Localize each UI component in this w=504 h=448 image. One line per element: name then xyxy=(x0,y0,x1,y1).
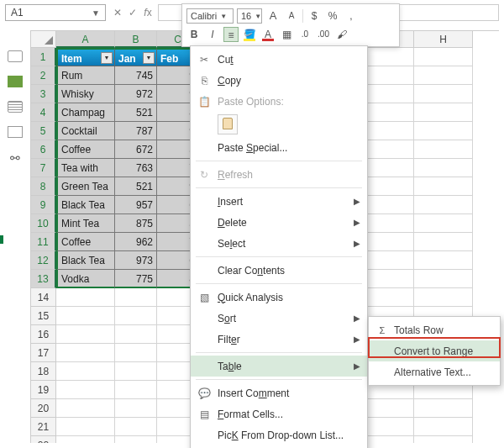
table-cell[interactable]: 875 xyxy=(115,214,157,233)
ctx-format-cells[interactable]: ▤Format Cells... xyxy=(191,403,367,424)
table-cell[interactable]: 962 xyxy=(115,233,157,251)
italic-button[interactable]: I xyxy=(205,27,220,42)
panel-icon-2[interactable] xyxy=(8,76,23,87)
row-head[interactable]: 19 xyxy=(31,381,56,399)
ctx-table[interactable]: Table▶ xyxy=(191,356,367,377)
row-head[interactable]: 15 xyxy=(31,307,56,325)
table-cell[interactable]: 973 xyxy=(115,251,157,270)
table-cell[interactable]: 745 xyxy=(115,66,157,85)
table-cell[interactable]: 957 xyxy=(115,196,157,214)
panel-icon-3[interactable] xyxy=(8,101,23,113)
col-head-h[interactable]: H xyxy=(414,31,473,48)
ctx-delete[interactable]: Delete▶ xyxy=(191,212,367,233)
ctx-select[interactable]: Select▶ xyxy=(191,233,367,254)
row-head[interactable]: 13 xyxy=(31,270,56,288)
row-head[interactable]: 10 xyxy=(31,214,56,233)
grow-font-icon[interactable]: A xyxy=(265,8,281,24)
table-cell[interactable]: 521 xyxy=(115,103,157,122)
font-name-select[interactable]: Calibri▼ xyxy=(186,8,234,24)
row-head[interactable]: 6 xyxy=(31,140,56,159)
table-cell[interactable]: Mint Tea xyxy=(56,214,115,233)
row-head[interactable]: 21 xyxy=(31,418,56,436)
ctx-sort[interactable]: Sort▶ xyxy=(191,308,367,329)
binoculars-icon[interactable]: ⚯ xyxy=(8,151,23,163)
row-head[interactable]: 22 xyxy=(31,436,56,443)
row-head[interactable]: 14 xyxy=(31,288,56,307)
row-head[interactable]: 20 xyxy=(31,399,56,418)
ctx-clear-contents[interactable]: Clear Contents xyxy=(191,260,367,281)
chevron-down-icon: ▼ xyxy=(220,13,227,20)
mini-toolbar: Calibri▼ 16▼ A A $ % , B I ≡ 🪣 A ▦ .0 .0… xyxy=(181,3,400,47)
table-cell[interactable]: Cocktail xyxy=(56,122,115,140)
font-size-select[interactable]: 16▼ xyxy=(237,8,262,24)
panel-icon-1[interactable] xyxy=(8,50,23,62)
table-header[interactable]: Jan▼ xyxy=(115,48,157,66)
row-head[interactable]: 17 xyxy=(31,344,56,362)
fill-color-button[interactable]: 🪣 xyxy=(242,27,257,42)
row-head[interactable]: 4 xyxy=(31,103,56,122)
row-head[interactable]: 5 xyxy=(31,122,56,140)
cancel-icon[interactable]: ✕ xyxy=(111,7,124,18)
row-head[interactable]: 12 xyxy=(31,251,56,270)
ctx-filter[interactable]: Filter▶ xyxy=(191,329,367,350)
row-head[interactable]: 1 xyxy=(31,48,56,66)
fx-icon[interactable]: fx xyxy=(141,7,155,18)
col-head-a[interactable]: A xyxy=(56,31,115,48)
check-icon[interactable]: ✓ xyxy=(126,7,139,18)
table-cell[interactable]: 521 xyxy=(115,177,157,196)
row-head[interactable]: 2 xyxy=(31,66,56,85)
ctx-paste-special[interactable]: Paste Special... xyxy=(191,137,367,158)
table-cell[interactable]: 775 xyxy=(115,270,157,288)
increase-decimal-button[interactable]: .00 xyxy=(316,27,331,42)
row-head[interactable]: 16 xyxy=(31,325,56,344)
table-cell[interactable]: Black Tea xyxy=(56,251,115,270)
font-color-button[interactable]: A xyxy=(260,27,276,42)
table-cell[interactable]: 672 xyxy=(115,140,157,159)
table-cell[interactable]: 763 xyxy=(115,159,157,177)
center-align-button[interactable]: ≡ xyxy=(223,27,239,42)
borders-button[interactable]: ▦ xyxy=(279,27,294,42)
row-head[interactable]: 8 xyxy=(31,177,56,196)
row-head[interactable]: 9 xyxy=(31,196,56,214)
table-cell[interactable]: Green Tea xyxy=(56,177,115,196)
ctx-insert[interactable]: Insert▶ xyxy=(191,191,367,212)
currency-icon[interactable]: $ xyxy=(307,8,322,24)
ctx-copy[interactable]: ⎘Copy xyxy=(191,70,367,91)
panel-icon-4[interactable] xyxy=(8,126,23,138)
ctx-refresh: ↻Refresh xyxy=(191,164,367,185)
table-header[interactable]: Item▼ xyxy=(56,48,115,66)
table-cell[interactable]: Rum xyxy=(56,66,115,85)
select-all-corner[interactable] xyxy=(31,31,56,48)
row-head[interactable]: 3 xyxy=(31,85,56,103)
paste-option-button[interactable] xyxy=(218,114,238,134)
table-cell[interactable]: Champag xyxy=(56,103,115,122)
table-cell[interactable]: Vodka xyxy=(56,270,115,288)
col-head-b[interactable]: B xyxy=(115,31,157,48)
table-cell[interactable]: 787 xyxy=(115,122,157,140)
row-head[interactable]: 11 xyxy=(31,233,56,251)
row-head[interactable]: 18 xyxy=(31,362,56,381)
row-head[interactable]: 7 xyxy=(31,159,56,177)
ctx-pick-dropdown[interactable]: PicK From Drop-down List... xyxy=(191,424,367,445)
submenu-alt-text[interactable]: Alternative Text... xyxy=(369,361,500,382)
table-cell[interactable]: Coffee xyxy=(56,140,115,159)
ctx-quick-analysis[interactable]: ▧Quick Analysis xyxy=(191,287,367,308)
format-painter-icon[interactable]: 🖌 xyxy=(334,27,349,42)
name-box[interactable]: A1 ▼ xyxy=(5,4,106,21)
decrease-decimal-button[interactable]: .0 xyxy=(297,27,312,42)
ctx-insert-comment[interactable]: 💬Insert Comment xyxy=(191,382,367,403)
ctx-cut[interactable]: ✂Cut xyxy=(191,49,367,70)
bold-button[interactable]: B xyxy=(186,27,202,42)
table-cell[interactable]: Black Tea xyxy=(56,196,115,214)
submenu-totals-row[interactable]: ΣTotals Row xyxy=(369,319,500,340)
table-cell[interactable]: 972 xyxy=(115,85,157,103)
shrink-font-icon[interactable]: A xyxy=(284,8,299,24)
table-cell[interactable]: Tea with xyxy=(56,159,115,177)
filter-button-icon[interactable]: ▼ xyxy=(143,52,155,64)
filter-button-icon[interactable]: ▼ xyxy=(101,52,113,64)
table-cell[interactable]: Whisky xyxy=(56,85,115,103)
percent-icon[interactable]: % xyxy=(325,8,340,24)
table-cell[interactable]: Coffee xyxy=(56,233,115,251)
submenu-convert-to-range[interactable]: Convert to Range xyxy=(369,340,500,361)
comma-icon[interactable]: , xyxy=(344,8,359,24)
